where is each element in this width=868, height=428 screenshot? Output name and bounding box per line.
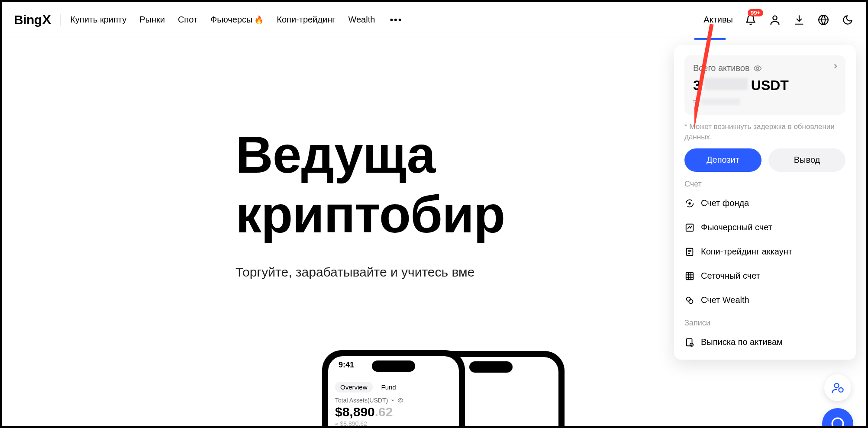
chart-box-icon [684, 222, 695, 233]
total-assets-label-row: Всего активов [693, 63, 837, 73]
hero-title-line1: Ведуща [236, 126, 435, 183]
chat-icon [830, 416, 845, 428]
total-assets-approx: ≈ [693, 97, 837, 106]
chat-button[interactable] [822, 408, 853, 428]
download-button[interactable] [793, 13, 806, 26]
phone-amount-main: $8,890 [335, 405, 375, 419]
svg-point-8 [687, 297, 691, 301]
svg-point-0 [773, 16, 777, 19]
phone-front: 9:41 Overview Fund Total Assets(USDT) $8… [322, 350, 465, 428]
phone-notch [372, 360, 415, 372]
document-icon [684, 247, 695, 257]
menu-label: Выписка по активам [701, 337, 783, 347]
blurred-amount [704, 78, 748, 90]
phone-mockups: 9:41 Overview Fund Total Assets(USDT) $8… [322, 350, 565, 428]
menu-label: Копи-трейдинг аккаунт [701, 247, 792, 257]
action-buttons: Депозит Вывод [684, 148, 845, 172]
logo-x: X [42, 12, 51, 27]
svg-point-3 [756, 67, 758, 69]
vertical-divider [60, 14, 61, 26]
menu-copy-trading-account[interactable]: Копи-трейдинг аккаунт [674, 240, 856, 264]
logo[interactable]: BingX [14, 13, 51, 27]
menu-label: Фьючерсный счет [701, 222, 772, 232]
top-navigation-bar: BingX Купить крипту Рынки Спот Фьючерсы … [2, 2, 866, 38]
nav-copy-trading[interactable]: Копи-трейдинг [277, 15, 335, 25]
phone-total-label: Total Assets(USDT) [335, 397, 388, 404]
total-assets-value: 3 USDT [693, 77, 837, 93]
menu-futures-account[interactable]: Фьючерсный счет [674, 216, 856, 240]
nav-assets[interactable]: Активы [703, 15, 733, 25]
withdraw-button[interactable]: Вывод [768, 148, 845, 172]
main-nav: Купить крипту Рынки Спот Фьючерсы 🔥 Копи… [70, 14, 404, 26]
grid-icon [684, 271, 695, 281]
nav-spot[interactable]: Спот [178, 15, 197, 25]
phone-front-screen: 9:41 Overview Fund Total Assets(USDT) $8… [328, 356, 459, 428]
approx-prefix: ≈ [693, 97, 697, 106]
asset-currency: USDT [751, 77, 789, 93]
nav-futures[interactable]: Фьючерсы 🔥 [210, 15, 264, 25]
menu-asset-statement[interactable]: Выписка по активам [674, 330, 856, 354]
menu-fund-account[interactable]: Счет фонда [674, 191, 856, 216]
floating-actions [822, 374, 853, 422]
asset-leading-digit: 3 [693, 77, 701, 93]
phone-tab-fund: Fund [376, 382, 401, 393]
chevron-down-icon [390, 398, 395, 402]
svg-point-4 [689, 203, 691, 204]
menu-wealth-account[interactable]: Счет Wealth [674, 288, 856, 312]
nav-markets[interactable]: Рынки [139, 15, 165, 25]
nav-wealth[interactable]: Wealth [348, 15, 375, 25]
total-assets-card[interactable]: Всего активов 3 USDT ≈ [684, 55, 845, 115]
svg-rect-10 [687, 338, 692, 346]
globe-icon [818, 14, 829, 26]
deposit-button[interactable]: Депозит [684, 148, 762, 172]
nav-buy-crypto[interactable]: Купить крипту [70, 15, 126, 25]
moon-icon [842, 14, 853, 26]
hero-title-line2: криптобир [236, 185, 505, 243]
phone-amount-cents: .62 [375, 405, 393, 419]
user-icon [769, 14, 781, 26]
blurred-approx [701, 98, 740, 105]
menu-label: Счет фонда [701, 198, 749, 208]
account-button[interactable] [768, 13, 781, 26]
card-chevron [832, 62, 839, 70]
coins-icon [684, 295, 695, 306]
eye-icon [397, 397, 403, 403]
phone-sub-amount: ≈ $8,890.62 [335, 420, 452, 427]
phone-amount: $8,890.62 [335, 405, 452, 419]
svg-point-15 [832, 418, 843, 428]
topbar-right: Активы 99+ [703, 13, 854, 26]
statement-icon [684, 337, 695, 348]
theme-toggle-button[interactable] [841, 13, 854, 26]
assets-dropdown: Всего активов 3 USDT ≈ * Может возникнут… [674, 45, 856, 360]
svg-rect-7 [686, 272, 694, 280]
delay-note: * Может возникнуть задержка в обновлении… [684, 122, 845, 142]
section-account-label: Счет [684, 180, 845, 189]
language-button[interactable] [817, 13, 830, 26]
section-records-label: Записи [684, 319, 845, 328]
notification-badge: 99+ [748, 9, 763, 16]
logo-text: Bing [14, 13, 42, 27]
user-plus-icon [831, 381, 844, 394]
chevron-right-icon [832, 62, 839, 70]
nav-futures-label: Фьючерсы [210, 15, 252, 25]
refresh-icon [684, 198, 695, 209]
svg-point-13 [835, 383, 839, 388]
phone-total-label-row: Total Assets(USDT) [335, 397, 452, 404]
fire-icon: 🔥 [254, 15, 264, 25]
download-icon [794, 14, 805, 26]
menu-label: Счет Wealth [701, 295, 749, 305]
menu-grid-account[interactable]: Сеточный счет [674, 264, 856, 288]
support-user-button[interactable] [824, 374, 851, 401]
svg-point-2 [400, 399, 401, 401]
notifications-button[interactable]: 99+ [744, 13, 757, 26]
svg-point-14 [839, 388, 843, 392]
nav-more[interactable]: ••• [388, 14, 404, 26]
eye-icon[interactable] [753, 64, 762, 73]
total-assets-label: Всего активов [693, 63, 750, 73]
phone-tabs: Overview Fund [335, 382, 452, 393]
phone-notch [469, 361, 513, 373]
phone-tab-overview: Overview [335, 382, 373, 393]
menu-label: Сеточный счет [701, 271, 760, 281]
svg-point-9 [689, 299, 693, 303]
